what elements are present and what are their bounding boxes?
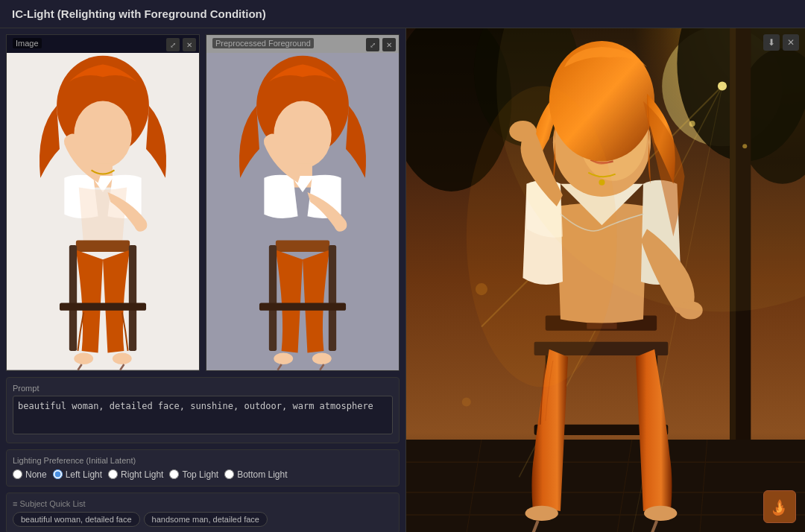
- foreground-box: Preprocessed Foreground ⤢ ✕: [206, 34, 400, 371]
- radio-right-label: Right Light: [121, 469, 163, 480]
- foreground-box-actions: ⤢ ✕: [366, 38, 396, 51]
- image-box-actions: ⤢ ✕: [166, 38, 196, 51]
- output-download-button[interactable]: ⬇: [763, 34, 780, 51]
- subject-tag-group: beautiful woman, detailed face handsome …: [13, 512, 393, 527]
- lighting-section: Lighting Preference (Initial Latent) Non…: [6, 449, 400, 487]
- svg-rect-19: [259, 303, 346, 310]
- svg-point-21: [312, 352, 332, 364]
- output-close-button[interactable]: ✕: [783, 34, 799, 51]
- prompt-label: Prompt: [13, 384, 393, 393]
- prompt-section: Prompt beautiful woman, detailed face, s…: [6, 377, 400, 443]
- svg-rect-16: [276, 241, 329, 252]
- lighting-radio-group: None Left Light Right Light Top Light Bo…: [13, 469, 393, 480]
- radio-top-input[interactable]: [169, 469, 179, 479]
- svg-rect-4: [76, 241, 130, 252]
- svg-rect-33: [406, 440, 805, 532]
- output-area: ⬇ ✕: [406, 28, 805, 532]
- svg-rect-6: [129, 245, 136, 351]
- svg-point-62: [644, 506, 677, 521]
- foreground-image-svg: [206, 53, 399, 370]
- svg-rect-5: [69, 245, 77, 351]
- lighting-label: Lighting Preference (Initial Latent): [13, 456, 393, 465]
- image-close-button[interactable]: ✕: [183, 38, 196, 51]
- svg-point-8: [74, 352, 93, 364]
- radio-right-light[interactable]: Right Light: [108, 469, 163, 480]
- svg-rect-18: [329, 245, 336, 351]
- foreground-box-label: Preprocessed Foreground: [212, 38, 314, 48]
- fire-icon: [769, 496, 790, 517]
- foreground-expand-button[interactable]: ⤢: [366, 38, 379, 51]
- radio-bottom-label: Bottom Light: [237, 469, 287, 480]
- right-panel: ⬇ ✕: [406, 28, 805, 532]
- radio-none[interactable]: None: [13, 469, 47, 480]
- radio-top-light[interactable]: Top Light: [169, 469, 218, 480]
- prompt-textarea[interactable]: beautiful woman, detailed face, sunshine…: [13, 396, 393, 434]
- radio-bottom-input[interactable]: [224, 469, 234, 479]
- source-image-svg: [7, 53, 199, 370]
- image-box-label: Image: [13, 38, 42, 48]
- svg-rect-17: [269, 245, 277, 351]
- image-expand-button[interactable]: ⤢: [166, 38, 180, 51]
- svg-point-67: [689, 121, 695, 127]
- radio-bottom-light[interactable]: Bottom Light: [224, 469, 287, 480]
- radio-right-input[interactable]: [108, 469, 118, 479]
- foreground-close-button[interactable]: ✕: [382, 38, 396, 51]
- image-box: Image ⤢ ✕: [6, 34, 200, 371]
- svg-point-66: [718, 82, 727, 91]
- radio-left-label: Left Light: [66, 469, 102, 480]
- tag-beautiful-woman[interactable]: beautiful woman, detailed face: [13, 512, 140, 527]
- image-content: [7, 35, 199, 370]
- radio-none-label: None: [25, 469, 47, 480]
- subject-list-title: Subject Quick List: [13, 499, 393, 508]
- svg-point-9: [113, 352, 132, 364]
- app-title: IC-Light (Relighting with Foreground Con…: [0, 0, 805, 28]
- radio-left-input[interactable]: [53, 469, 63, 479]
- radio-none-input[interactable]: [13, 469, 22, 479]
- radio-top-label: Top Light: [182, 469, 218, 480]
- image-row: Image ⤢ ✕: [6, 34, 400, 371]
- svg-point-20: [274, 352, 293, 364]
- output-image-svg: [406, 28, 805, 532]
- output-image-container: [406, 28, 805, 532]
- svg-point-70: [462, 397, 471, 406]
- style-reference-icon[interactable]: [763, 490, 796, 523]
- svg-point-65: [599, 180, 604, 186]
- subject-quick-list: Subject Quick List beautiful woman, deta…: [6, 493, 400, 532]
- left-panel: Image ⤢ ✕: [0, 28, 406, 532]
- foreground-content: [206, 35, 399, 370]
- svg-point-68: [742, 144, 747, 148]
- svg-point-69: [476, 283, 487, 295]
- svg-point-61: [525, 506, 558, 521]
- tag-handsome-man[interactable]: handsome man, detailed face: [144, 512, 268, 527]
- radio-left-light[interactable]: Left Light: [53, 469, 102, 480]
- output-actions: ⬇ ✕: [763, 34, 799, 51]
- svg-rect-7: [60, 303, 146, 310]
